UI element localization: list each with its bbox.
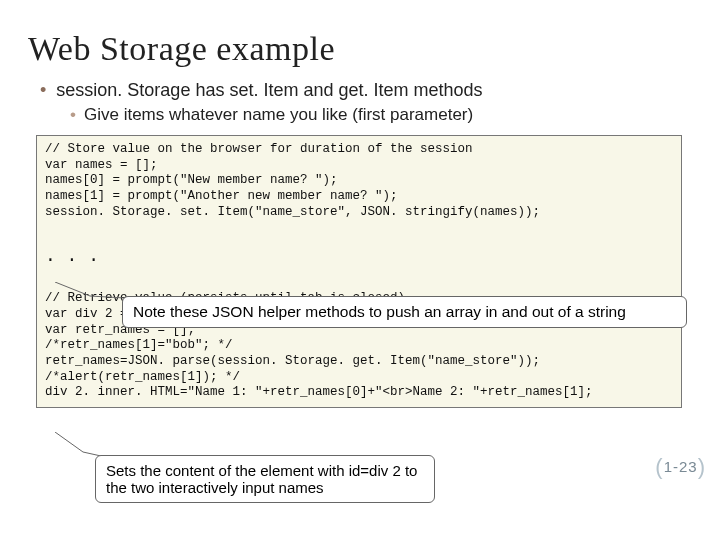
bullet1-text: session. Storage has set. Item and get. … (56, 80, 482, 100)
code-line: div 2. inner. HTML="Name 1: "+retr_names… (45, 385, 593, 399)
code-line: // Store value on the browser for durati… (45, 142, 473, 156)
code-line: names[1] = prompt("Another new member na… (45, 189, 398, 203)
code-block: // Store value on the browser for durati… (36, 135, 682, 408)
code-line: /*retr_names[1]="bob"; */ (45, 338, 233, 352)
callout-json-note: Note these JSON helper methods to push a… (122, 296, 687, 328)
page-title: Web Storage example (28, 30, 692, 68)
callout-innerhtml-note: Sets the content of the element with id=… (95, 455, 435, 503)
code-line: session. Storage. set. Item("name_store"… (45, 205, 540, 219)
bullet-level1: •session. Storage has set. Item and get.… (40, 80, 692, 101)
code-ellipsis: . . . (45, 246, 99, 266)
code-line: /*alert(retr_names[1]); */ (45, 370, 240, 384)
code-line: var names = []; (45, 158, 158, 172)
bullet2-text: Give items whatever name you like (first… (84, 105, 473, 124)
page-number: 1-23 (655, 454, 706, 480)
code-line: retr_names=JSON. parse(session. Storage.… (45, 354, 540, 368)
code-line: names[0] = prompt("New member name? "); (45, 173, 338, 187)
bullet-level2: •Give items whatever name you like (firs… (70, 105, 692, 125)
